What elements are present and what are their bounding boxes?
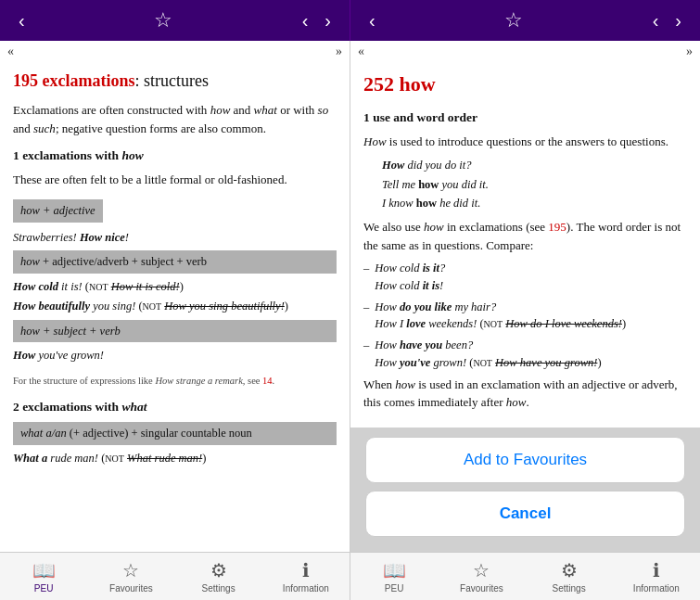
left-double-right-icon[interactable]: » — [336, 45, 342, 59]
right-back-button[interactable]: ‹ — [362, 6, 383, 35]
left-box3: how + subject + verb — [13, 320, 337, 343]
left-note: For the structure of expressions like Ho… — [13, 374, 337, 389]
bottom-navigation: 📖 PEU ☆ Favourites ⚙ Settings ℹ Informat… — [0, 552, 700, 600]
left-article-title: 195 exclamations: structures — [13, 69, 337, 94]
left-title-number: 195 exclamations — [13, 71, 134, 90]
bullet2-content: How do you like my hair? How I love week… — [375, 299, 626, 334]
left-intro-text: Exclamations are often constructed with … — [13, 101, 337, 137]
settings-label-right: Settings — [553, 583, 586, 594]
bullet3-content: How have you been? How you've grown! (NO… — [375, 337, 601, 372]
right-ex3: I know how he did it. — [382, 195, 687, 212]
left-nav-half: ‹ ☆ ‹ › — [0, 0, 350, 41]
info-icon-left: ℹ — [302, 559, 310, 581]
peu-icon-right: 📖 — [383, 559, 406, 581]
left-back-button[interactable]: ‹ — [11, 6, 32, 35]
left-title-rest: : structures — [134, 71, 208, 90]
left-panel: « » 195 exclamations: structures Exclama… — [0, 41, 350, 552]
right-panel: « » 252 how 1 use and word order How is … — [350, 41, 700, 552]
peu-label-right: PEU — [385, 583, 404, 594]
left-nav-settings[interactable]: ⚙ Settings — [175, 553, 262, 600]
left-section2-heading: 2 exclamations with what — [13, 398, 337, 416]
right-bottom-nav: 📖 PEU ☆ Favourites ⚙ Settings ℹ Informat… — [350, 553, 700, 600]
info-label-right: Information — [633, 583, 680, 594]
left-example4a: What a rude man! (NOT What rude man!) — [13, 450, 337, 467]
right-double-left-icon[interactable]: « — [358, 45, 364, 59]
bullet-dash-2: – — [363, 299, 369, 334]
top-navigation: ‹ ☆ ‹ › ‹ ☆ ‹ › — [0, 0, 700, 41]
right-nav-peu[interactable]: 📖 PEU — [350, 553, 438, 600]
left-nav-favourites[interactable]: ☆ Favourites — [87, 553, 174, 600]
favourites-label-right: Favourites — [460, 583, 503, 594]
right-panel-arrows: « » — [350, 41, 700, 63]
right-bullet1: – How cold is it? How cold it is! — [363, 260, 687, 295]
left-box4: what a/an (+ adjective) + singular count… — [13, 422, 337, 445]
settings-icon-right: ⚙ — [561, 559, 578, 581]
settings-label-left: Settings — [202, 583, 235, 594]
info-icon-right: ℹ — [653, 559, 660, 581]
right-bullet3: – How have you been? How you've grown! (… — [363, 337, 687, 372]
left-nav-information[interactable]: ℹ Information — [262, 553, 350, 600]
right-ex2: Tell me how you did it. — [382, 176, 687, 194]
right-nav-information[interactable]: ℹ Information — [613, 553, 700, 600]
left-nav-peu[interactable]: 📖 PEU — [0, 553, 87, 600]
favourites-icon-left: ☆ — [122, 559, 139, 581]
left-next-button[interactable]: › — [317, 6, 338, 35]
left-example2b: How beautifully you sing! (NOT How you s… — [13, 298, 337, 315]
right-section1-heading: 1 use and word order — [363, 109, 687, 127]
left-star-icon[interactable]: ☆ — [154, 8, 172, 32]
right-nav-settings[interactable]: ⚙ Settings — [526, 553, 613, 600]
right-nav-favourites[interactable]: ☆ Favourites — [438, 553, 525, 600]
right-prev-button[interactable]: ‹ — [645, 6, 667, 35]
left-bottom-nav: 📖 PEU ☆ Favourites ⚙ Settings ℹ Informat… — [0, 553, 350, 600]
content-area: « » 195 exclamations: structures Exclama… — [0, 41, 700, 552]
left-example3: How you've grown! — [13, 347, 337, 364]
right-nav-half: ‹ ☆ ‹ › — [350, 0, 700, 41]
peu-icon-left: 📖 — [32, 559, 56, 581]
left-example2a: How cold it is! (NOT How it is cold!) — [13, 278, 337, 296]
peu-label-left: PEU — [34, 583, 54, 594]
cancel-button[interactable]: Cancel — [365, 491, 685, 537]
modal-overlay: Add to Favourites Cancel — [350, 428, 700, 552]
right-double-right-icon[interactable]: » — [686, 45, 693, 59]
right-article-title: 252 how — [363, 69, 687, 99]
left-box2: how + adjective/adverb + subject + verb — [13, 250, 337, 274]
right-article: 252 how 1 use and word order How is used… — [350, 63, 700, 427]
left-section1-heading: 1 exclamations with how — [13, 147, 337, 165]
favourites-icon-right: ☆ — [473, 559, 490, 581]
bullet-dash-1: – — [363, 260, 369, 295]
left-prev-button[interactable]: ‹ — [295, 6, 316, 35]
right-ex1: How did you do it? — [382, 157, 687, 174]
right-text2: We also use how in exclamations (see 195… — [363, 218, 687, 254]
left-box1: how + adjective — [13, 199, 103, 223]
favourites-label-left: Favourites — [109, 583, 153, 594]
info-label-left: Information — [283, 583, 329, 594]
right-intro: How is used to introduce questions or th… — [363, 133, 687, 151]
settings-icon-left: ⚙ — [210, 559, 227, 581]
bullet1-content: How cold is it? How cold it is! — [375, 260, 445, 295]
right-text3: When how is used in an exclamation with … — [363, 376, 687, 412]
bullet-dash-3: – — [363, 337, 369, 372]
left-double-left-icon[interactable]: « — [7, 45, 14, 59]
left-section1-intro: These are often felt to be a little form… — [13, 171, 337, 189]
left-example1: Strawberries! How nice! — [13, 229, 337, 247]
left-panel-arrows: « » — [0, 41, 350, 63]
right-bullet2: – How do you like my hair? How I love we… — [363, 299, 687, 334]
left-article: 195 exclamations: structures Exclamation… — [0, 63, 350, 479]
right-examples-block: How did you do it? Tell me how you did i… — [382, 157, 687, 212]
right-next-button[interactable]: › — [668, 6, 689, 35]
add-to-favourites-button[interactable]: Add to Favourites — [365, 437, 685, 483]
right-star-icon[interactable]: ☆ — [504, 8, 523, 32]
